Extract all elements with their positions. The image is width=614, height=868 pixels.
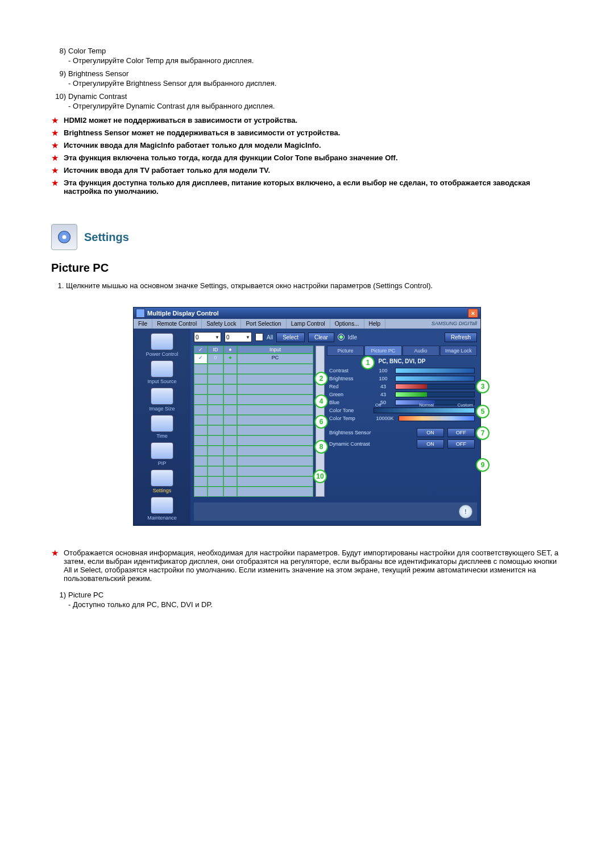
settings-header: Settings [51, 224, 563, 250]
table-row [194, 405, 313, 415]
table-row [194, 456, 313, 466]
tab-image-lock[interactable]: Image Lock [440, 346, 477, 356]
step-item: Щелкните мышью на основном значке Settin… [66, 281, 563, 290]
table-row [194, 384, 313, 394]
range-end-select[interactable]: 0 [225, 332, 252, 342]
menu-safety[interactable]: Safety Lock [202, 319, 241, 329]
sidebar-item-maintenance[interactable]: Maintenance [141, 497, 183, 521]
callout-2: 2 [314, 372, 328, 385]
row-check[interactable]: ✓ [194, 354, 208, 364]
settings-panel: Picture Picture PC Audio Image Lock PC, … [327, 346, 477, 497]
bsensor-on-button[interactable]: ON [417, 428, 444, 437]
row-status: ● [223, 354, 237, 364]
select-button[interactable]: Select [276, 333, 305, 342]
blue-label: Blue [329, 400, 371, 405]
all-checkbox[interactable] [255, 333, 263, 341]
idle-radio[interactable] [338, 334, 345, 340]
contrast-value: 100 [374, 368, 393, 373]
note-text: HDMI2 может не поддерживаться в зависимо… [64, 116, 563, 125]
star-icon: ★ [51, 166, 64, 175]
section-title: Picture PC [51, 261, 563, 275]
bsensor-off-button[interactable]: OFF [447, 428, 475, 437]
item-sub: - Доступно только для PC, BNC, DVI и DP. [68, 600, 563, 609]
dcontrast-on-button[interactable]: ON [417, 439, 444, 448]
note-text: Эта функция включена только тогда, когда… [64, 153, 563, 163]
red-value: 43 [374, 384, 393, 389]
colortemp-slider[interactable] [399, 416, 475, 421]
sidebar-item-power[interactable]: Power Control [141, 333, 183, 357]
colortone-slider[interactable]: Off Normal Custom [374, 408, 475, 413]
table-row [194, 364, 313, 374]
item-sub: - Отрегулируйте Dynamic Contrast для выб… [68, 102, 563, 110]
menu-lamp[interactable]: Lamp Control [287, 319, 330, 329]
callout-6: 6 [314, 415, 328, 429]
info-icon: ! [459, 505, 472, 518]
close-icon[interactable]: × [468, 309, 478, 318]
brightness-slider[interactable] [395, 376, 475, 381]
red-slider[interactable] [395, 384, 475, 389]
sidebar-label: PIP [158, 460, 167, 466]
grid-head-input: Input [237, 346, 313, 354]
sidebar-item-image-size[interactable]: Image Size [141, 388, 183, 412]
input-icon [151, 360, 173, 377]
tone-off-label: Off [375, 402, 381, 408]
tab-picture[interactable]: Picture [327, 346, 364, 356]
item-title: Brightness Sensor [68, 69, 563, 78]
sidebar-label: Settings [153, 488, 172, 493]
sidebar-label: Input Source [147, 379, 176, 384]
titlebar: Multiple Display Control × [134, 308, 480, 319]
pip-icon [151, 442, 173, 459]
table-row [194, 476, 313, 487]
table-row[interactable]: ✓ 0 ● PC [194, 354, 313, 364]
contrast-slider[interactable] [395, 368, 475, 373]
table-row [194, 374, 313, 384]
item-title: Dynamic Contrast [68, 92, 563, 101]
colortemp-label: Color Temp [329, 416, 371, 421]
callout-5: 5 [476, 405, 489, 418]
callout-4: 4 [314, 394, 328, 408]
clear-button[interactable]: Clear [308, 333, 334, 342]
sidebar-label: Time [156, 433, 168, 439]
sidebar-item-settings[interactable]: Settings [141, 470, 183, 493]
callout-9: 9 [476, 458, 489, 472]
svg-point-1 [63, 235, 67, 239]
app-window: Multiple Display Control × File Remote C… [133, 307, 481, 526]
settings-icon [51, 224, 77, 250]
note-text: Источник ввода для MagicInfo работает то… [64, 141, 563, 150]
sidebar-item-time[interactable]: Time [141, 415, 183, 439]
item-num: 1) [51, 591, 68, 599]
main-area: 0 0 All Select Clear Idle Refresh ✓ ID ●… [190, 329, 480, 525]
menu-remote[interactable]: Remote Control [152, 319, 202, 329]
row-id: 0 [208, 354, 223, 364]
refresh-button[interactable]: Refresh [445, 333, 477, 342]
grid-head-check: ✓ [194, 346, 208, 354]
red-label: Red [329, 384, 371, 389]
note-text: Brightness Sensor может не поддерживатьс… [64, 128, 563, 138]
sidebar-item-input[interactable]: Input Source [141, 360, 183, 384]
callout-1: 1 [361, 356, 375, 369]
range-start-select[interactable]: 0 [194, 332, 221, 342]
menu-file[interactable]: File [134, 319, 152, 329]
callout-3: 3 [476, 380, 489, 393]
grid-head-status: ● [223, 346, 237, 354]
settings-sb-icon [151, 470, 173, 487]
tab-picture-pc[interactable]: Picture PC [364, 346, 401, 356]
tab-audio[interactable]: Audio [403, 346, 439, 356]
dcontrast-off-button[interactable]: OFF [447, 439, 475, 448]
item-num: 8) [51, 47, 68, 55]
bsensor-label: Brightness Sensor [329, 430, 392, 435]
idle-label: Idle [348, 334, 357, 340]
menu-port[interactable]: Port Selection [241, 319, 286, 329]
star-icon: ★ [51, 141, 64, 150]
note-text: Отображается основная информация, необхо… [64, 549, 563, 583]
star-icon: ★ [51, 178, 64, 196]
green-slider[interactable] [395, 392, 475, 397]
dcontrast-label: Dynamic Contrast [329, 441, 392, 447]
sidebar-item-pip[interactable]: PIP [141, 442, 183, 466]
star-icon: ★ [51, 549, 64, 583]
menu-options[interactable]: Options... [330, 319, 364, 329]
sidebar-label: Image Size [149, 406, 175, 412]
maintenance-icon [151, 497, 173, 514]
menu-help[interactable]: Help [364, 319, 386, 329]
sidebar-label: Maintenance [147, 515, 177, 521]
